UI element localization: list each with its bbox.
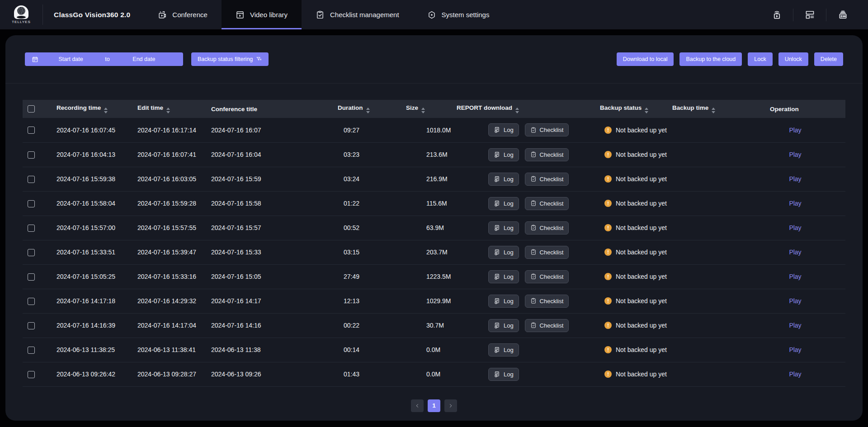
col-size[interactable]: Size [406,100,457,118]
row-checkbox[interactable] [28,249,35,256]
row-checkbox[interactable] [28,176,35,183]
backup-status-text: Not backed up yet [616,322,667,329]
cell-recording-time: 2024-07-16 14:17:18 [57,289,137,313]
cell-edit-time: 2024-07-16 14:17:04 [137,313,211,338]
log-button[interactable]: Log [488,221,519,235]
cell-backup-status: ! Not backed up yet [600,167,672,191]
log-button[interactable]: Log [488,270,519,283]
backup-status-filter-button[interactable]: Backup status filtering [191,52,269,66]
checklist-button[interactable]: Checklist [525,270,569,283]
backup-status-text: Not backed up yet [616,224,667,231]
col-conference-title: Conference title [211,100,338,118]
log-button[interactable]: Log [488,295,519,308]
play-link[interactable]: Play [789,371,801,378]
start-date-input[interactable]: Start date [38,56,103,62]
tab-conference[interactable]: Conference [144,0,222,29]
tab-checklist-management[interactable]: Checklist management [302,0,413,29]
sort-icon[interactable] [166,108,170,113]
tab-system-settings[interactable]: System settings [413,0,504,29]
warning-icon: ! [604,127,612,134]
row-checkbox[interactable] [28,151,35,159]
checklist-button[interactable]: Checklist [525,295,569,308]
prev-page-button[interactable] [411,399,424,412]
col-edit-time[interactable]: Edit time [137,100,211,118]
row-checkbox[interactable] [28,225,35,232]
log-button[interactable]: Log [488,173,519,186]
play-link[interactable]: Play [789,175,801,183]
checklist-button[interactable]: Checklist [525,319,569,332]
sort-icon[interactable] [104,108,108,113]
log-button[interactable]: Log [488,123,519,136]
checklist-button[interactable]: Checklist [525,246,569,259]
col-backup-time[interactable]: Backup time [672,100,745,118]
screen-cast-icon [772,9,782,20]
screen-cast-button[interactable] [760,9,793,20]
sort-icon[interactable] [366,108,370,113]
row-checkbox[interactable] [28,371,35,378]
sort-icon[interactable] [645,108,648,113]
cell-edit-time: 2024-07-16 16:03:05 [137,167,211,191]
checklist-button[interactable]: Checklist [525,197,569,210]
log-button[interactable]: Log [488,343,519,357]
cell-report-download: Log Checklist [457,167,600,191]
checklist-button[interactable]: Checklist [525,148,569,161]
select-all-checkbox[interactable] [28,105,35,113]
warning-icon: ! [604,249,612,256]
cell-duration: 00:14 [338,338,406,362]
row-checkbox[interactable] [28,127,35,134]
col-recording-time[interactable]: Recording time [57,100,137,118]
play-link[interactable]: Play [789,127,801,134]
row-checkbox[interactable] [28,200,35,207]
date-range-picker[interactable]: Start date to End date [25,52,183,66]
sort-icon[interactable] [515,108,519,113]
lock-button[interactable]: Lock [748,52,772,66]
recorder-device-button[interactable] [826,9,859,20]
backup-status-text: Not backed up yet [616,175,667,183]
checklist-button[interactable]: Checklist [525,221,569,235]
page-1-button[interactable]: 1 [428,399,440,412]
unlock-button[interactable]: Unlock [778,52,808,66]
row-checkbox[interactable] [28,347,35,354]
log-document-icon [494,371,500,378]
table-row: 2024-06-13 11:38:25 2024-06-13 11:38:41 … [23,338,845,362]
tab-video-library[interactable]: Video library [222,0,302,29]
tab-label: Checklist management [330,11,399,19]
play-link[interactable]: Play [789,273,801,280]
col-duration[interactable]: Duration [338,100,406,118]
row-checkbox[interactable] [28,273,35,281]
backup-to-cloud-button[interactable]: Backup to the cloud [679,52,742,66]
log-button[interactable]: Log [488,197,519,210]
cell-backup-time [672,289,745,313]
row-checkbox[interactable] [28,322,35,329]
sort-icon[interactable] [712,108,715,113]
play-link[interactable]: Play [789,200,801,207]
funnel-filter-icon [256,56,262,62]
log-button[interactable]: Log [488,148,519,161]
next-page-button[interactable] [444,399,457,412]
cell-edit-time: 2024-07-16 15:57:55 [137,216,211,240]
play-link[interactable]: Play [789,297,801,305]
log-button[interactable]: Log [488,368,519,381]
play-link[interactable]: Play [789,151,801,158]
download-to-local-button[interactable]: Download to local [617,52,674,66]
end-date-input[interactable]: End date [112,56,176,62]
log-button[interactable]: Log [488,319,519,332]
row-checkbox[interactable] [28,298,35,305]
cell-operation: Play [745,264,845,289]
layout-panels-button[interactable] [793,9,826,20]
sort-icon[interactable] [421,108,425,113]
delete-button[interactable]: Delete [814,52,843,66]
cell-operation: Play [745,362,845,386]
play-link[interactable]: Play [789,224,801,231]
col-backup-status[interactable]: Backup status [600,100,672,118]
play-link[interactable]: Play [789,346,801,353]
play-link[interactable]: Play [789,322,801,329]
col-report-download[interactable]: REPORT download [457,100,600,118]
checklist-button[interactable]: Checklist [525,123,569,136]
cell-size: 115.6M [406,191,457,216]
cell-backup-time [672,338,745,362]
log-button[interactable]: Log [488,246,519,259]
cell-backup-time [672,167,745,191]
checklist-button[interactable]: Checklist [525,173,569,186]
play-link[interactable]: Play [789,249,801,256]
